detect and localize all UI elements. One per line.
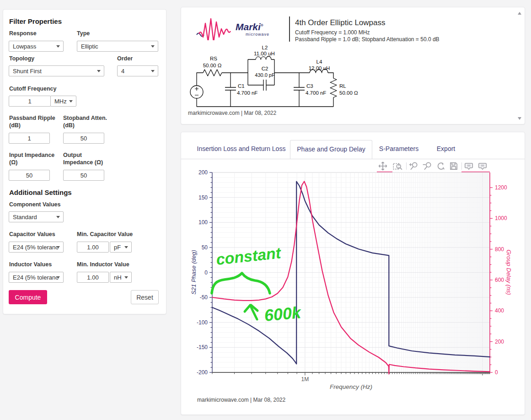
capacitor-c1-symbol bbox=[225, 73, 236, 107]
resistor-rl-symbol bbox=[330, 78, 337, 97]
schematic-title: 4th Order Elliptic Lowpass bbox=[295, 18, 385, 27]
logo-divider bbox=[289, 16, 290, 42]
l2-value: 11.00 uH bbox=[254, 51, 275, 56]
schematic-subtitle-2: Passband Ripple = 1.0 dB; Stopband Atten… bbox=[295, 36, 440, 43]
chevron-down-icon bbox=[97, 70, 101, 74]
svg-text:600: 600 bbox=[495, 277, 504, 283]
min-capacitor-label: Min. Capacitor Value bbox=[77, 231, 133, 238]
chevron-down-icon bbox=[124, 246, 128, 250]
min-capacitor-unit-select[interactable]: pF bbox=[110, 242, 132, 253]
svg-text:1200: 1200 bbox=[495, 184, 507, 191]
circuit-schematic: RS 50.00 Ω C1 4.700 nF L2 11.00 uH C2 43… bbox=[187, 44, 370, 110]
svg-text:1M: 1M bbox=[301, 376, 309, 382]
phase-group-delay-plot[interactable]: -200-150-100-500501001502000200400600800… bbox=[181, 132, 525, 415]
svg-text:600k: 600k bbox=[263, 303, 302, 325]
stopband-atten-label: Stopband Atten.(dB) bbox=[63, 114, 107, 129]
passband-ripple-input[interactable] bbox=[9, 133, 50, 144]
svg-text:Group Delay (ns): Group Delay (ns) bbox=[505, 250, 512, 295]
schematic-footer: markimicrowave.com | Mar 08, 2022 bbox=[188, 110, 276, 116]
type-value: Elliptic bbox=[81, 43, 98, 50]
chevron-down-icon bbox=[69, 100, 73, 104]
inductor-l2-symbol bbox=[256, 56, 271, 59]
marki-logo-sub: microwave bbox=[246, 32, 269, 37]
svg-text:1000: 1000 bbox=[495, 215, 507, 221]
output-impedance-label: OutputImpedance (Ω) bbox=[63, 151, 103, 167]
chevron-down-icon bbox=[151, 45, 155, 49]
scroll-down-icon[interactable] bbox=[518, 117, 521, 120]
min-inductor-unit-select[interactable]: nH bbox=[110, 272, 132, 283]
chevron-down-icon bbox=[151, 70, 155, 74]
resistor-rs-symbol bbox=[203, 70, 222, 76]
cutoff-unit-select[interactable]: MHz bbox=[50, 96, 76, 107]
c3-value: 4.700 nF bbox=[306, 90, 326, 96]
svg-text:-150: -150 bbox=[197, 344, 208, 350]
reset-button[interactable]: Reset bbox=[131, 290, 159, 304]
additional-settings-title: Additional Settings bbox=[9, 188, 72, 196]
min-inductor-label: Min. Inductor Value bbox=[77, 261, 129, 268]
rl-ref: RL bbox=[339, 83, 346, 89]
order-select[interactable]: 4 bbox=[117, 65, 158, 76]
input-impedance-input[interactable] bbox=[9, 170, 50, 181]
panel-title: Filter Properties bbox=[9, 17, 62, 25]
cutoff-frequency-input[interactable] bbox=[9, 96, 51, 107]
min-capacitor-unit: pF bbox=[114, 244, 121, 251]
c3-ref: C3 bbox=[306, 83, 313, 89]
svg-text:200: 200 bbox=[495, 339, 504, 345]
response-value: Lowpass bbox=[13, 43, 36, 50]
output-impedance-input[interactable] bbox=[63, 170, 104, 181]
l4-ref: L4 bbox=[316, 59, 322, 65]
inductor-values-value: E24 (5% toleranc bbox=[13, 274, 59, 281]
compute-button[interactable]: Compute bbox=[9, 290, 47, 304]
capacitor-values-label: Capacitor Values bbox=[9, 231, 55, 238]
capacitor-values-value: E24 (5% toleranc bbox=[13, 244, 59, 251]
chevron-down-icon bbox=[56, 276, 60, 280]
chevron-down-icon bbox=[56, 216, 60, 220]
marki-logo-text: Marki® bbox=[236, 22, 263, 32]
rs-ref: RS bbox=[210, 56, 217, 61]
svg-text:0: 0 bbox=[495, 369, 498, 376]
topology-value: Shunt First bbox=[13, 68, 42, 75]
input-impedance-label: Input Impedance(Ω) bbox=[9, 151, 54, 167]
component-values-value: Standard bbox=[13, 214, 37, 221]
cutoff-frequency-label: Cutoff Frequency bbox=[9, 85, 56, 92]
chevron-down-icon bbox=[56, 246, 60, 250]
c2-value: 430.0 pF bbox=[255, 72, 275, 78]
topology-select[interactable]: Shunt First bbox=[9, 65, 104, 76]
rl-value: 50.00 Ω bbox=[339, 90, 358, 96]
passband-ripple-label: Passband Ripple(dB) bbox=[9, 114, 55, 129]
min-capacitor-input[interactable] bbox=[77, 242, 109, 253]
c1-ref: C1 bbox=[238, 83, 245, 89]
svg-text:-200: -200 bbox=[197, 369, 208, 376]
response-label: Response bbox=[9, 30, 37, 37]
l2-ref: L2 bbox=[262, 45, 268, 50]
chevron-down-icon bbox=[56, 45, 60, 49]
min-inductor-unit: nH bbox=[114, 274, 122, 281]
svg-text:150: 150 bbox=[198, 194, 208, 201]
stopband-atten-input[interactable] bbox=[63, 133, 104, 144]
component-values-label: Component Values bbox=[9, 201, 61, 208]
response-select[interactable]: Lowpass bbox=[9, 41, 64, 52]
svg-text:800: 800 bbox=[495, 246, 504, 253]
scroll-up-icon[interactable] bbox=[518, 12, 521, 15]
type-select[interactable]: Elliptic bbox=[77, 41, 158, 52]
chart-footer: markimicrowave.com | Mar 08, 2022 bbox=[197, 397, 285, 403]
c2-ref: C2 bbox=[262, 66, 268, 71]
registered-mark: ® bbox=[261, 23, 263, 27]
svg-text:Frequency (Hz): Frequency (Hz) bbox=[330, 383, 372, 390]
topology-label: Topology bbox=[9, 55, 34, 62]
schematic-subtitle-1: Cutoff Frequency = 1.000 MHz bbox=[295, 29, 370, 36]
capacitor-values-select[interactable]: E24 (5% toleranc bbox=[9, 242, 64, 253]
component-values-select[interactable]: Standard bbox=[9, 211, 64, 222]
svg-text:-100: -100 bbox=[197, 319, 208, 326]
cutoff-unit-value: MHz bbox=[54, 98, 67, 105]
svg-text:0: 0 bbox=[204, 269, 208, 276]
order-label: Order bbox=[117, 55, 133, 62]
inductor-values-select[interactable]: E24 (5% toleranc bbox=[9, 272, 64, 283]
min-inductor-input[interactable] bbox=[77, 272, 109, 283]
app-window: Filter Properties Response Type Lowpass … bbox=[0, 0, 531, 420]
svg-text:200: 200 bbox=[198, 169, 208, 176]
capacitor-c3-symbol bbox=[294, 73, 305, 107]
capacitor-c2-symbol bbox=[263, 80, 266, 91]
svg-text:100: 100 bbox=[198, 219, 208, 226]
type-label: Type bbox=[77, 30, 90, 37]
